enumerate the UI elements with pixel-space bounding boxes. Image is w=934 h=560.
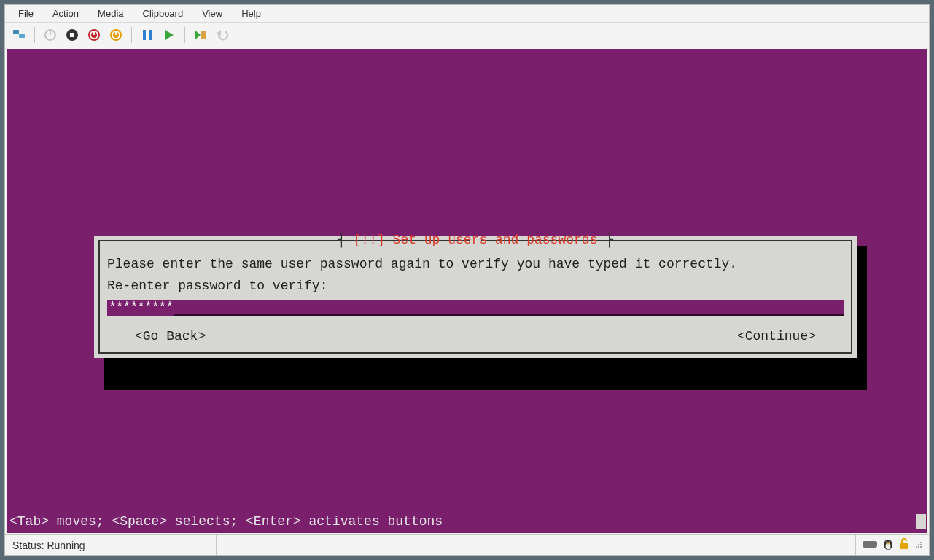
ctrl-alt-del-button[interactable] [9, 26, 28, 44]
svg-rect-1 [19, 34, 25, 38]
status-text: Status: Running [5, 535, 217, 555]
go-back-button[interactable]: <Go Back> [135, 329, 206, 343]
keyboard-icon [862, 539, 878, 551]
dialog-panel: ┤ [!!] Set up users and passwords ├ Plea… [94, 236, 857, 358]
guest-console[interactable]: ┤ [!!] Set up users and passwords ├ Plea… [7, 49, 927, 533]
toolbar-separator [184, 27, 185, 43]
menu-action[interactable]: Action [44, 7, 87, 20]
svg-point-29 [918, 546, 919, 548]
dialog-field-label: Re-enter password to verify: [107, 276, 844, 297]
menubar: File Action Media Clipboard View Help [5, 5, 929, 23]
svg-point-30 [920, 546, 922, 548]
svg-rect-18 [863, 541, 877, 548]
svg-marker-15 [195, 30, 201, 40]
turn-off-button[interactable] [63, 26, 82, 44]
save-button[interactable] [106, 26, 125, 44]
svg-point-26 [918, 544, 919, 545]
toolbar-separator [131, 27, 132, 43]
menu-help[interactable]: Help [233, 7, 270, 20]
toolbar-separator [34, 27, 35, 43]
svg-point-21 [886, 542, 887, 543]
password-masked-value: ********* [107, 300, 174, 316]
checkpoint-button[interactable] [191, 26, 210, 44]
svg-rect-5 [70, 33, 74, 37]
menu-clipboard[interactable]: Clipboard [134, 7, 192, 20]
title-bracket-open: ┤ [338, 233, 354, 247]
keyboard-hint: <Tab> moves; <Space> selects; <Enter> ac… [9, 514, 925, 529]
toolbar [5, 23, 929, 47]
installer-dialog: ┤ [!!] Set up users and passwords ├ Plea… [94, 236, 857, 358]
svg-rect-16 [201, 31, 206, 39]
menu-file[interactable]: File [9, 7, 42, 20]
status-tray [856, 537, 929, 553]
penguin-icon [882, 537, 894, 553]
start-button-disabled [41, 26, 60, 44]
svg-rect-13 [149, 30, 152, 40]
title-bracket-close: ├ [605, 233, 613, 247]
reset-button[interactable] [160, 26, 179, 44]
revert-button [213, 26, 232, 44]
password-input-row[interactable]: ********* [107, 300, 844, 316]
svg-point-22 [889, 542, 890, 543]
hyperv-vmconnect-window: File Action Media Clipboard View Help [4, 4, 930, 556]
svg-marker-14 [165, 30, 174, 40]
svg-point-27 [920, 544, 922, 545]
status-empty-cell [217, 535, 856, 555]
pause-button[interactable] [138, 26, 157, 44]
continue-button[interactable]: <Continue> [737, 329, 816, 343]
svg-rect-11 [115, 31, 117, 35]
lock-open-icon [898, 537, 910, 553]
vm-display-container: ┤ [!!] Set up users and passwords ├ Plea… [5, 47, 929, 534]
title-bangs: [!!] [354, 233, 385, 247]
svg-rect-3 [50, 31, 51, 35]
svg-rect-8 [93, 31, 95, 35]
console-cursor [916, 514, 926, 529]
resize-grip-icon[interactable] [914, 540, 923, 551]
svg-point-28 [916, 546, 917, 548]
svg-rect-12 [143, 30, 146, 40]
menu-media[interactable]: Media [89, 7, 132, 20]
svg-rect-24 [900, 543, 908, 549]
password-input-remaining [174, 300, 844, 316]
title-text: Set up users and passwords [385, 233, 605, 247]
statusbar: Status: Running [5, 534, 929, 555]
dialog-instruction: Please enter the same user password agai… [107, 254, 844, 275]
dialog-button-row: <Go Back> <Continue> [107, 329, 844, 343]
svg-rect-0 [13, 30, 19, 34]
shutdown-button[interactable] [85, 26, 104, 44]
dialog-title: ┤ [!!] Set up users and passwords ├ [94, 233, 857, 247]
svg-point-25 [920, 542, 922, 543]
menu-view[interactable]: View [193, 7, 231, 20]
